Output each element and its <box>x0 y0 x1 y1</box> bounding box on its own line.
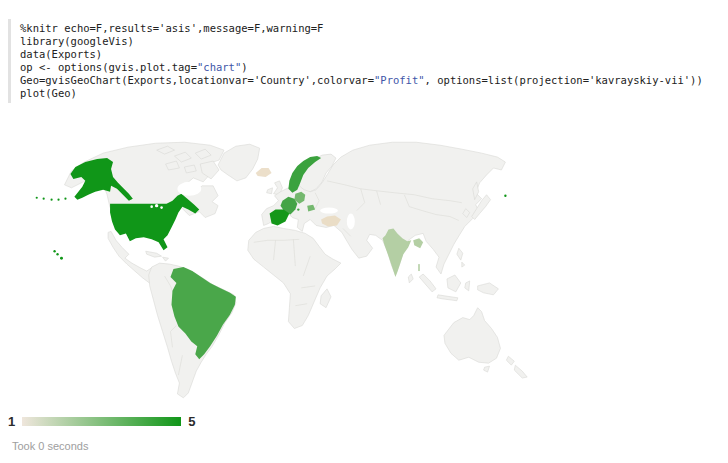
code-token-plain: %knitr echo=F,results='asis',message=F,w… <box>20 22 323 34</box>
code-token-plain: library(googleVis) <box>20 35 134 47</box>
code-token-plain: op <- options(gvis.plot.tag= <box>20 61 197 73</box>
code-token-plain: ) <box>241 61 247 73</box>
code-line: op <- options(gvis.plot.tag="chart") <box>20 61 703 74</box>
code-line: data(Exports) <box>20 48 703 61</box>
dataless-landmass-oceania <box>444 308 527 378</box>
code-token-string: "Profit" <box>374 74 425 86</box>
code-token-string: "chart" <box>197 61 241 73</box>
timing-status: Took 0 seconds <box>12 440 88 452</box>
code-token-plain: Geo=gvisGeoChart(Exports,locationvar='Co… <box>20 74 374 86</box>
code-line: %knitr echo=F,results='asis',message=F,w… <box>20 22 703 35</box>
code-block: %knitr echo=F,results='asis',message=F,w… <box>8 19 703 103</box>
geochart-container <box>8 137 548 413</box>
dataless-landmass-africa <box>248 226 341 328</box>
code-token-plain: data(Exports) <box>20 48 102 60</box>
color-axis-legend: 1 5 <box>8 414 195 429</box>
legend-min-label: 1 <box>8 414 15 429</box>
code-line: Geo=gvisGeoChart(Exports,locationvar='Co… <box>20 74 703 87</box>
code-token-plain: , options=list(projection='kavrayskiy-vi… <box>425 74 703 86</box>
world-geochart[interactable] <box>8 137 548 413</box>
map-region-iceland[interactable] <box>256 168 272 177</box>
legend-gradient-bar <box>22 417 181 426</box>
dataless-landmass-southeast-asia <box>419 248 498 301</box>
legend-max-label: 5 <box>188 414 195 429</box>
code-line: plot(Geo) <box>20 87 703 100</box>
code-token-plain: plot(Geo) <box>20 87 77 99</box>
map-region-spain[interactable] <box>270 210 290 226</box>
code-line: library(googleVis) <box>20 35 703 48</box>
